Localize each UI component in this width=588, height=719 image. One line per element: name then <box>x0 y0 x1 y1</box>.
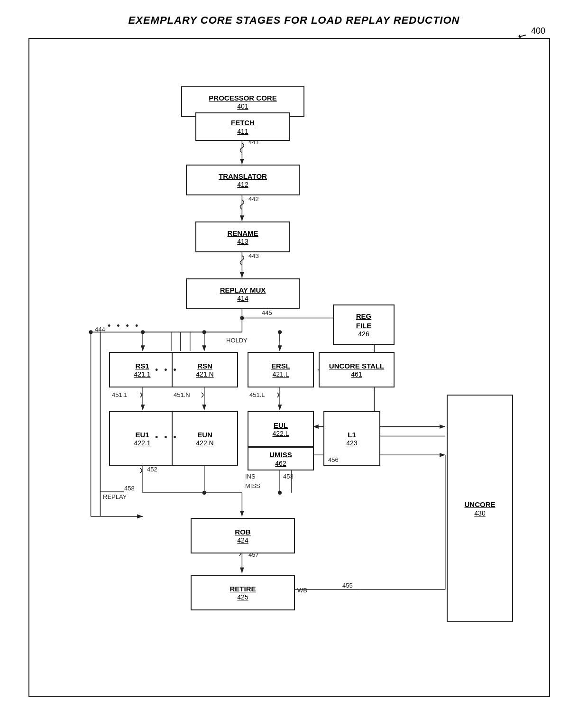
fetch-box: FETCH 411 <box>195 112 290 141</box>
ins-label: INS <box>245 473 256 480</box>
ref-400: 400 <box>531 26 545 36</box>
label-442: 442 <box>248 195 259 203</box>
label-445: 445 <box>262 309 272 316</box>
reg-file-label: REG FILE <box>356 312 372 330</box>
uncore-stall-box: UNCORE STALL 461 <box>319 352 395 387</box>
eul-box: EUL 422.L <box>248 411 314 447</box>
fetch-label: FETCH <box>231 118 255 128</box>
label-458: 458 <box>124 485 135 492</box>
svg-point-13 <box>278 330 282 334</box>
label-443: 443 <box>248 252 259 259</box>
svg-point-30 <box>240 316 244 320</box>
rename-label: RENAME <box>227 229 258 238</box>
processor-core-label: PROCESSOR CORE <box>209 93 276 103</box>
label-457: 457 <box>248 551 259 558</box>
svg-point-22 <box>202 491 206 495</box>
rsn-label: RSN <box>197 361 212 371</box>
label-452: 452 <box>147 466 157 473</box>
umiss-num: 462 <box>275 460 286 467</box>
rename-num: 413 <box>237 238 248 245</box>
rename-box: RENAME 413 <box>195 221 290 252</box>
holdy-label: HOLDY <box>226 337 248 344</box>
replay-mux-num: 414 <box>237 295 248 302</box>
ersl-label: ERSL <box>271 361 290 371</box>
rob-label: ROB <box>235 527 250 537</box>
eun-box: EUN 422.N <box>172 411 238 466</box>
rob-num: 424 <box>237 536 248 544</box>
miss-label: MISS <box>245 482 260 489</box>
uncore-stall-num: 461 <box>351 370 362 378</box>
translator-box: TRANSLATOR 412 <box>186 165 300 195</box>
label-455: 455 <box>342 582 353 589</box>
retire-num: 425 <box>237 593 248 601</box>
rsn-num: 421.N <box>196 370 213 378</box>
translator-label: TRANSLATOR <box>219 172 267 181</box>
diagram-container: PROCESSOR CORE 401 FETCH 411 441 TRANSLA… <box>28 38 550 697</box>
eul-label: EUL <box>274 421 288 430</box>
label-451-l: 451.L <box>249 391 265 398</box>
dots-eu: • • • <box>155 433 178 442</box>
uncore-label: UNCORE <box>464 500 495 509</box>
rs1-label: RS1 <box>135 361 149 371</box>
uncore-box: UNCORE 430 <box>447 395 513 622</box>
svg-point-11 <box>202 330 206 334</box>
ersl-box: ERSL 421.L <box>248 352 314 387</box>
l1-label: L1 <box>348 430 356 440</box>
eul-num: 422.L <box>272 430 289 437</box>
eu1-label: EU1 <box>135 430 149 440</box>
reg-file-box: REG FILE 426 <box>333 304 395 345</box>
reg-file-num: 426 <box>358 330 369 338</box>
dots-rs: • • • <box>155 365 178 375</box>
umiss-box: UMISS 462 <box>248 447 314 470</box>
uncore-num: 430 <box>474 509 485 517</box>
label-451-n: 451.N <box>174 391 190 398</box>
page-title: EXEMPLARY CORE STAGES FOR LOAD REPLAY RE… <box>0 14 588 27</box>
dots-mux: • • • • <box>108 321 140 331</box>
rs1-num: 421.1 <box>134 370 150 378</box>
svg-point-42 <box>89 330 93 334</box>
uncore-stall-label: UNCORE STALL <box>329 361 384 371</box>
replay-mux-box: REPLAY MUX 414 <box>186 278 300 309</box>
umiss-label: UMISS <box>269 450 292 460</box>
label-456: 456 <box>328 456 339 463</box>
translator-num: 412 <box>237 181 248 188</box>
svg-point-9 <box>141 330 145 334</box>
processor-core-num: 401 <box>237 102 248 110</box>
retire-label: RETIRE <box>230 584 256 594</box>
fetch-num: 411 <box>237 128 248 135</box>
ersl-num: 421.L <box>272 370 289 378</box>
label-441: 441 <box>248 138 259 146</box>
wb-label: WB <box>297 587 307 594</box>
label-451-1: 451.1 <box>112 391 128 398</box>
replay-label: REPLAY <box>103 493 127 500</box>
eun-label: EUN <box>197 430 212 440</box>
rob-box: ROB 424 <box>191 518 295 553</box>
replay-mux-label: REPLAY MUX <box>220 286 266 295</box>
eun-num: 422.N <box>196 439 213 447</box>
label-444: 444 <box>95 326 105 333</box>
eu1-num: 422.1 <box>134 439 150 447</box>
label-453: 453 <box>283 473 294 480</box>
rsn-box: RSN 421.N <box>172 352 238 387</box>
svg-point-24 <box>278 491 282 495</box>
retire-box: RETIRE 425 <box>191 575 295 610</box>
l1-num: 423 <box>346 439 357 447</box>
